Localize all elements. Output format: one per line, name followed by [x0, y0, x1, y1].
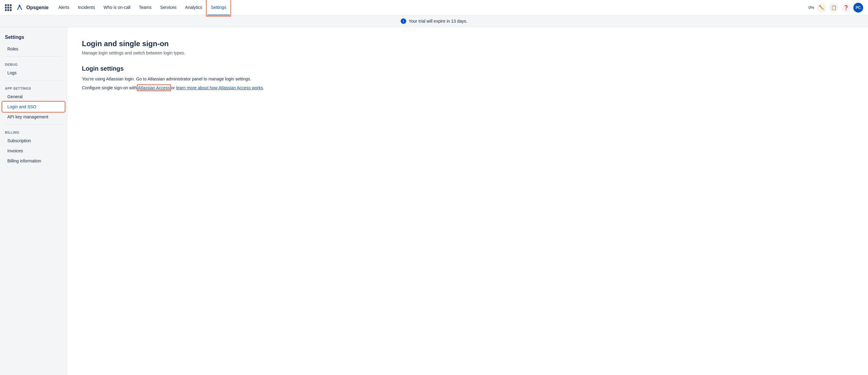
sidebar-section-debug: DEBUG — [0, 59, 67, 67]
main-content: Login and single sign-on Manage login se… — [67, 27, 868, 375]
notes-icon-button[interactable]: 📋 — [829, 3, 839, 12]
sidebar-divider-1 — [5, 56, 62, 57]
sidebar-item-login-sso[interactable]: Login and SSO — [2, 102, 64, 112]
nav-alerts[interactable]: Alerts — [55, 0, 73, 15]
section-text-2: Configure single sign-on with Atlassian … — [82, 85, 853, 91]
atlassian-access-link[interactable]: Atlassian Access — [138, 85, 170, 90]
sidebar-heading: Settings — [0, 32, 67, 44]
section-text-2-pre: Configure single sign-on with — [82, 85, 138, 90]
logo-text: Opsgenie — [26, 5, 49, 10]
sidebar-item-subscription[interactable]: Subscription — [2, 136, 64, 146]
nav-who-is-on-call[interactable]: Who is on-call — [100, 0, 134, 15]
sidebar-item-logs[interactable]: Logs — [2, 68, 64, 78]
topnav: Opsgenie Alerts Incidents Who is on-call… — [0, 0, 868, 15]
section-text-2-mid: or — [170, 85, 176, 90]
trial-banner: i Your trial will expire in 13 days. — [0, 15, 868, 27]
sidebar: Settings Roles DEBUG Logs APP SETTINGS G… — [0, 27, 67, 375]
logo[interactable]: Opsgenie — [15, 3, 49, 12]
section-text-2-post: . — [263, 85, 264, 90]
sidebar-divider-2 — [5, 80, 62, 81]
page-title: Login and single sign-on — [82, 39, 853, 48]
trial-text: Your trial will expire in 13 days. — [409, 19, 467, 24]
waffle-icon[interactable] — [5, 4, 11, 11]
nav-teams[interactable]: Teams — [135, 0, 155, 15]
info-icon: i — [401, 18, 406, 24]
help-icon-button[interactable]: ❓ — [841, 3, 851, 12]
layout: Settings Roles DEBUG Logs APP SETTINGS G… — [0, 27, 868, 375]
svg-point-0 — [19, 5, 20, 6]
nav-services[interactable]: Services — [156, 0, 180, 15]
sidebar-section-app-settings: APP SETTINGS — [0, 83, 67, 91]
page-subtitle: Manage login settings and switch between… — [82, 51, 853, 55]
sidebar-item-general[interactable]: General — [2, 92, 64, 102]
sidebar-item-billing-info[interactable]: Billing information — [2, 156, 64, 166]
sidebar-item-api-key[interactable]: API key management — [2, 112, 64, 122]
nav-analytics[interactable]: Analytics — [182, 0, 206, 15]
nav-percent: 0% — [808, 5, 814, 10]
nav-incidents[interactable]: Incidents — [74, 0, 99, 15]
sidebar-divider-3 — [5, 124, 62, 124]
nav-settings[interactable]: Settings — [207, 0, 230, 15]
learn-more-link[interactable]: learn more about how Atlassian Access wo… — [176, 85, 263, 90]
user-avatar[interactable]: PC — [853, 3, 863, 12]
sidebar-item-invoices[interactable]: Invoices — [2, 146, 64, 156]
edit-icon-button[interactable]: ✏️ — [817, 3, 827, 12]
sidebar-section-billing: BILLING — [0, 127, 67, 136]
section-title: Login settings — [82, 65, 853, 72]
section-text-1: You're using Atlassian login. Go to Atla… — [82, 76, 853, 82]
sidebar-item-roles[interactable]: Roles — [2, 44, 64, 54]
